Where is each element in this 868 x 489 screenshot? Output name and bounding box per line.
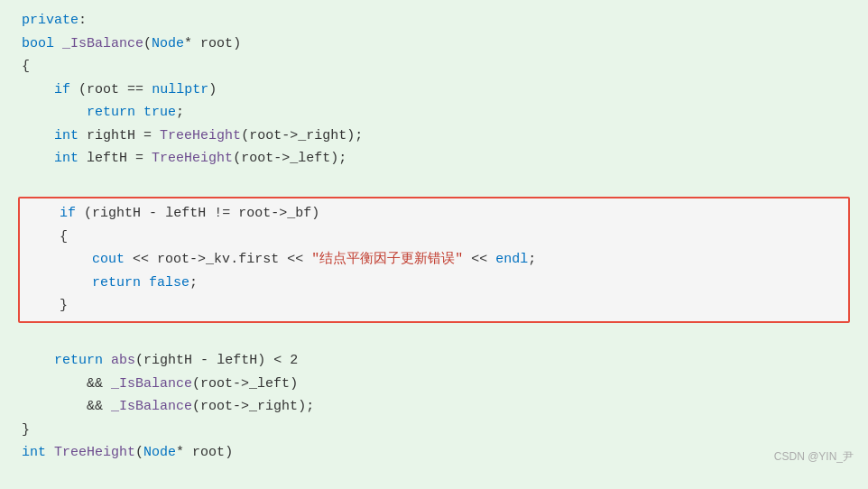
code-line-private: private: (18, 9, 850, 32)
code-line-func-sig: bool _IsBalance(Node* root) (18, 32, 850, 56)
code-line-return-abs: return abs(rightH - leftH) < 2 (18, 349, 850, 373)
code-line-treeheight-sig: int TreeHeight(Node* root) (18, 441, 850, 465)
code-line-brace-open2: { (27, 226, 841, 249)
code-line-and-right: && _IsBalance(root->_right); (18, 395, 850, 419)
code-line-return-false: return false; (27, 272, 841, 295)
code-line-empty1 (18, 171, 850, 194)
highlighted-code-block: if (rightH - leftH != root->_bf) { cout … (18, 197, 850, 323)
code-line-brace-close2: } (27, 294, 841, 318)
code-line-cout: cout << root->_kv.first << "结点平衡因子更新错误" … (27, 248, 841, 272)
code-line-and-left: && _IsBalance(root->_left) (18, 373, 850, 396)
code-line-empty2 (18, 327, 850, 350)
code-line-if-nullptr: if (root == nullptr) (18, 78, 850, 102)
code-line-return-true: return true; (18, 101, 850, 125)
code-line-leftH: int leftH = TreeHeight(root->_left); (18, 147, 850, 171)
code-line-if-bf: if (rightH - leftH != root->_bf) (27, 202, 841, 226)
watermark: CSDN @YIN_尹 (774, 447, 854, 466)
code-line-open-brace: { (18, 55, 850, 78)
code-editor: private: bool _IsBalance(Node* root) { i… (0, 0, 868, 474)
code-line-close-main: } (18, 419, 850, 442)
code-line-rightH: int rightH = TreeHeight(root->_right); (18, 125, 850, 148)
